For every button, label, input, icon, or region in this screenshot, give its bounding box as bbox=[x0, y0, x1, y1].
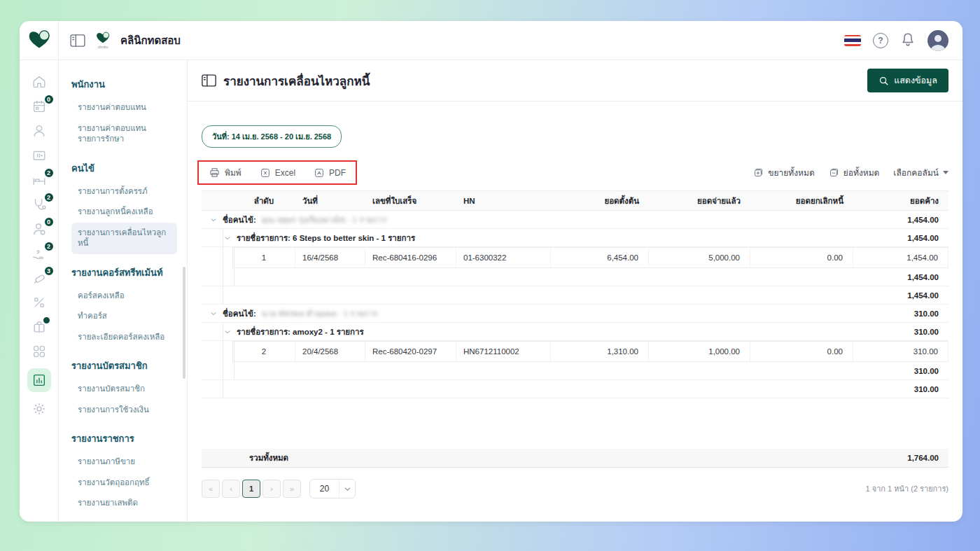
current-page-button[interactable]: 1 bbox=[242, 480, 260, 498]
sidebar-item-psychotropic-report[interactable]: รายงานวัตถุออกฤทธิ์ bbox=[71, 473, 177, 494]
patient-group-row[interactable]: ชื่อคนไข้: คุณ จตุพร รุ่งเรืองพาณิช - 1 … bbox=[202, 211, 948, 229]
bag-badge-dot bbox=[42, 316, 51, 325]
sidebar-item-course-done[interactable]: ทำคอร์ส bbox=[71, 306, 177, 327]
pagination-bar: « ‹ 1 › » 20 1 จาก 1 หน้า (2 รายการ) bbox=[202, 479, 948, 498]
id-card-icon[interactable] bbox=[31, 148, 48, 163]
col-header-start-amount: ยอดตั้งต้น bbox=[551, 195, 649, 207]
pdf-icon bbox=[314, 167, 325, 179]
bed-icon[interactable]: 2 bbox=[31, 172, 48, 188]
expand-all-label: ขยายทั้งหมด bbox=[768, 166, 814, 179]
percent-icon[interactable] bbox=[31, 295, 48, 310]
cell-hn: HN6712110002 bbox=[456, 341, 551, 362]
cell-outstanding: 310.00 bbox=[853, 341, 948, 362]
collapse-all-icon bbox=[829, 167, 839, 178]
col-header-receipt: เลขที่ใบเสร็จ bbox=[365, 195, 456, 207]
cell-cancelled-amount: 0.00 bbox=[750, 247, 853, 268]
print-button[interactable]: พิมพ์ bbox=[209, 166, 241, 179]
chevron-down-icon[interactable] bbox=[224, 328, 231, 335]
excel-export-button[interactable]: Excel bbox=[260, 167, 295, 179]
cell-paid-amount: 5,000.00 bbox=[649, 247, 750, 268]
show-data-button[interactable]: แสดงข้อมูล bbox=[867, 69, 948, 92]
doctor-icon[interactable]: 0 bbox=[31, 221, 48, 237]
clinic-logo-text: clindru bbox=[98, 46, 108, 49]
stethoscope-icon[interactable]: 2 bbox=[31, 197, 48, 212]
user-avatar[interactable] bbox=[927, 30, 948, 51]
sidebar-item-narcotics-report[interactable]: รายงานยาเสพติด bbox=[71, 493, 177, 514]
sidebar-item-ar-movement-report[interactable]: รายงานการเคลื่อนไหวลูกหนี้ bbox=[71, 223, 177, 254]
cell-start-amount: 1,310.00 bbox=[551, 341, 649, 362]
sidebar-item-course-remaining[interactable]: คอร์สคงเหลือ bbox=[71, 286, 177, 307]
patient-icon[interactable] bbox=[31, 123, 48, 139]
item-group-total: 310.00 bbox=[853, 328, 948, 336]
patient-name-blurred: คุณ จตุพร รุ่งเรืองพาณิช - 1 รายการ bbox=[262, 214, 386, 226]
col-header-cancelled-amount: ยอดยกเลิกหนี้ bbox=[750, 195, 853, 207]
cell-date: 16/4/2568 bbox=[295, 247, 365, 268]
chevron-down-icon[interactable] bbox=[224, 235, 231, 242]
item-group-row[interactable]: รายชื่อรายการ: amoxy2 - 1 รายการ 310.00 bbox=[202, 323, 948, 341]
sidebar-item-sales-tax-report[interactable]: รายงานภาษีขาย bbox=[71, 452, 177, 473]
col-header-order: ลำดับ bbox=[232, 195, 295, 207]
date-range-chip[interactable]: วันที่: 14 เม.ย. 2568 - 20 เม.ย. 2568 bbox=[202, 125, 342, 148]
app-logo[interactable] bbox=[20, 21, 59, 60]
select-columns-dropdown[interactable]: เลือกคอลัมน์ bbox=[893, 166, 948, 179]
home-icon[interactable] bbox=[31, 74, 48, 90]
page-size-value: 20 bbox=[310, 484, 339, 494]
notifications-bell-icon[interactable] bbox=[900, 32, 916, 50]
sidebar-toggle-icon[interactable] bbox=[70, 34, 85, 47]
chevron-down-icon[interactable] bbox=[210, 310, 217, 317]
last-page-button[interactable]: » bbox=[283, 480, 301, 498]
sidebar-item-credit-usage-report[interactable]: รายงานการใช้วงเงิน bbox=[71, 400, 177, 421]
table-header-row: ลำดับ วันที่ เลขที่ใบเสร็จ HN ยอดตั้งต้น… bbox=[202, 191, 948, 211]
reports-chart-icon[interactable] bbox=[27, 368, 51, 392]
chevron-down-icon[interactable] bbox=[210, 216, 217, 223]
patient-subtotal: 310.00 bbox=[853, 385, 948, 393]
item-subtotal: 310.00 bbox=[853, 367, 948, 375]
topbar: clindru คลินิกทดสอบ ? bbox=[20, 21, 962, 60]
item-group-label: รายชื่อรายการ: amoxy2 - 1 รายการ bbox=[237, 326, 364, 338]
clinic-name: คลินิกทดสอบ bbox=[120, 32, 181, 49]
language-flag-icon[interactable] bbox=[844, 35, 861, 46]
help-icon[interactable]: ? bbox=[873, 33, 888, 48]
report-panel-icon bbox=[202, 74, 216, 87]
next-page-button[interactable]: › bbox=[262, 480, 281, 498]
clinic-logo: clindru bbox=[95, 32, 111, 49]
syringe-badge: 3 bbox=[43, 265, 55, 277]
sidebar-item-course-remaining-detail[interactable]: รายละเอียดคอร์สคงเหลือ bbox=[71, 327, 177, 348]
sidebar-item-ar-balance-report[interactable]: รายงานลูกหนี้คงเหลือ bbox=[71, 202, 177, 223]
patient-group: ชื่อคนไข้: นาย พัชรพล คำจุมพล - 1 รายการ… bbox=[202, 305, 948, 398]
bag-icon[interactable] bbox=[31, 319, 48, 335]
settings-gear-icon[interactable] bbox=[31, 401, 48, 417]
item-subtotal-row: 310.00 bbox=[202, 362, 948, 380]
apps-grid-icon[interactable] bbox=[31, 344, 48, 359]
first-page-button[interactable]: « bbox=[202, 480, 220, 498]
table-empty-space bbox=[202, 398, 948, 449]
sidebar-item-pregnancy-report[interactable]: รายงานการตั้งครรภ์ bbox=[71, 181, 177, 202]
sidebar-scrollbar[interactable] bbox=[183, 267, 186, 379]
patient-group-row[interactable]: ชื่อคนไข้: นาย พัชรพล คำจุมพล - 1 รายการ… bbox=[202, 305, 948, 323]
cell-outstanding: 1,454.00 bbox=[853, 247, 948, 268]
patient-label: ชื่อคนไข้: bbox=[223, 307, 256, 320]
excel-label: Excel bbox=[275, 168, 295, 178]
sidebar-item-treatment-compensation-report[interactable]: รายงานค่าตอบแทนรายการรักษา bbox=[71, 118, 177, 150]
table-toolbar: พิมพ์ Excel PDF bbox=[202, 160, 948, 185]
item-group-row[interactable]: รายชื่อรายการ: 6 Steps to better skin - … bbox=[202, 229, 948, 247]
expand-all-button[interactable]: ขยายทั้งหมด bbox=[753, 166, 814, 179]
pdf-export-button[interactable]: PDF bbox=[314, 167, 346, 179]
hand-holding-icon[interactable]: 2 bbox=[31, 246, 48, 261]
patient-group: ชื่อคนไข้: คุณ จตุพร รุ่งเรืองพาณิช - 1 … bbox=[202, 211, 948, 305]
page-size-select[interactable]: 20 bbox=[309, 479, 356, 498]
syringe-icon[interactable]: 3 bbox=[31, 270, 48, 286]
sidebar-section-staff: พนักงาน bbox=[71, 77, 177, 92]
cell-date: 20/4/2568 bbox=[295, 341, 365, 362]
page-title: รายงานการเคลื่อนไหวลูกหนี้ bbox=[223, 71, 370, 90]
sidebar-item-member-card-report[interactable]: รายงานบัตรสมาชิก bbox=[71, 379, 177, 400]
cell-paid-amount: 1,000.00 bbox=[649, 341, 750, 362]
collapse-all-button[interactable]: ย่อทั้งหมด bbox=[829, 166, 880, 179]
patient-subtotal: 1,454.00 bbox=[853, 291, 948, 300]
collapse-all-label: ย่อทั้งหมด bbox=[844, 166, 880, 179]
calendar-icon[interactable]: 0 bbox=[31, 99, 48, 114]
sidebar-section-course-treatment: รายงานคอร์สทรีทเม้นท์ bbox=[71, 265, 177, 280]
sidebar-item-compensation-report[interactable]: รายงานค่าตอบแทน bbox=[71, 97, 177, 118]
main-panel: รายงานการเคลื่อนไหวลูกหนี้ แสดงข้อมูล วั… bbox=[188, 60, 962, 522]
prev-page-button[interactable]: ‹ bbox=[222, 480, 240, 498]
